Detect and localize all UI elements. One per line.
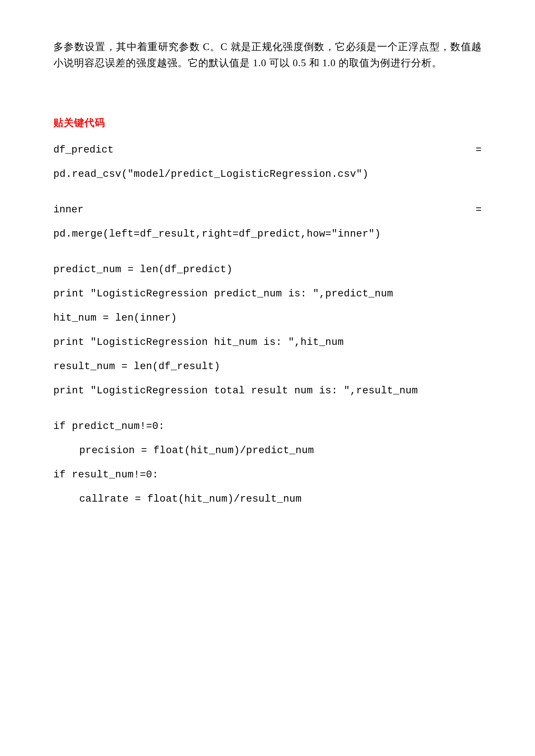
code-line: pd.merge(left=df_result,right=df_predict… bbox=[53, 228, 482, 239]
intro-paragraph: 多参数设置，其中着重研究参数 C。C 就是正规化强度倒数，它必须是一个正浮点型，… bbox=[53, 39, 482, 71]
code-token-left: df_predict bbox=[53, 144, 114, 155]
document-page: 多参数设置，其中着重研究参数 C。C 就是正规化强度倒数，它必须是一个正浮点型，… bbox=[0, 0, 535, 568]
code-token-left: inner bbox=[53, 204, 83, 215]
code-line: print "LogisticRegression predict_num is… bbox=[53, 288, 482, 299]
code-line: if result_num!=0: bbox=[53, 469, 482, 480]
code-statement-1: df_predict = pd.read_csv("model/predict_… bbox=[53, 144, 482, 180]
code-line: pd.read_csv("model/predict_LogisticRegre… bbox=[53, 168, 482, 180]
code-line: print "LogisticRegression total result n… bbox=[53, 385, 482, 396]
code-line-indented: callrate = float(hit_num)/result_num bbox=[53, 493, 482, 504]
code-statement-2: inner = pd.merge(left=df_result,right=df… bbox=[53, 204, 482, 239]
code-line: inner = bbox=[53, 204, 482, 215]
code-line: hit_num = len(inner) bbox=[53, 312, 482, 324]
code-token-right: = bbox=[475, 204, 482, 215]
code-line: result_num = len(df_result) bbox=[53, 361, 482, 372]
section-heading: 贴关键代码 bbox=[53, 116, 482, 130]
code-line: print "LogisticRegression hit_num is: ",… bbox=[53, 337, 482, 348]
code-block-prints: predict_num = len(df_predict) print "Log… bbox=[53, 264, 482, 396]
code-line-indented: precision = float(hit_num)/predict_num bbox=[53, 445, 482, 456]
code-line: predict_num = len(df_predict) bbox=[53, 264, 482, 275]
code-line: if predict_num!=0: bbox=[53, 420, 482, 432]
code-block-conditions: if predict_num!=0: precision = float(hit… bbox=[53, 420, 482, 504]
code-token-right: = bbox=[475, 144, 482, 155]
code-line: df_predict = bbox=[53, 144, 482, 155]
